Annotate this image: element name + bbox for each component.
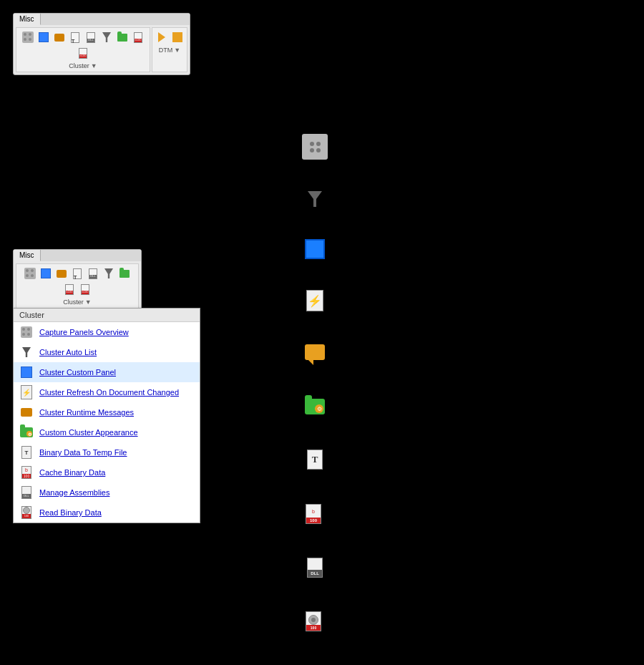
cluster-expand-2[interactable]: ▼	[85, 298, 92, 306]
manage-assemblies-icon: DLL	[19, 485, 34, 500]
dtm-section: DTM ▼	[152, 27, 187, 72]
cluster-runtime-label: Cluster Runtime Messages	[39, 408, 134, 417]
item-capture-panels[interactable]: Capture Panels Overview	[14, 322, 200, 342]
dll-btn[interactable]: DLL	[84, 30, 98, 44]
cluster-refresh-label: Cluster Refresh On Document Changed	[39, 388, 179, 397]
binary-red-btn-2[interactable]: b100	[62, 282, 77, 296]
float-file-t: T	[301, 445, 329, 474]
binary-red2-btn[interactable]: b100	[76, 46, 90, 60]
green-folder-btn[interactable]	[115, 30, 130, 44]
item-manage-assemblies[interactable]: DLL Manage Assemblies	[14, 482, 200, 503]
cache-binary-label: Cache Binary Data	[39, 468, 105, 477]
item-custom-cluster[interactable]: ⚙ Custom Cluster Appearance	[14, 422, 200, 442]
cluster-section-label-2: Cluster ▼	[63, 298, 91, 306]
binary-red3-btn[interactable]: b100	[78, 282, 92, 296]
filter-btn[interactable]	[99, 30, 114, 44]
capture-panels-label: Capture Panels Overview	[39, 328, 129, 336]
cluster-custom-panel-icon	[19, 365, 34, 379]
cluster-section-2: T DLL b100 b100 Cluster	[16, 263, 139, 309]
dropdown-menu: Cluster Capture Panels Overview Cluster …	[13, 308, 200, 523]
capture-panels-icon	[19, 325, 34, 339]
float-lightning: ⚡	[301, 286, 329, 315]
file-t-btn-2[interactable]: T	[70, 266, 84, 281]
misc-icon-btn-2[interactable]	[23, 266, 37, 281]
dtm-expand-btn[interactable]	[170, 30, 185, 44]
cluster-custom-panel-label: Cluster Custom Panel	[39, 368, 116, 377]
binary-temp-label: Binary Data To Temp File	[39, 448, 127, 457]
float-binary-red: b 100	[299, 500, 328, 528]
cluster-refresh-icon: ⚡	[19, 385, 34, 399]
item-cluster-runtime[interactable]: Cluster Runtime Messages	[14, 402, 200, 422]
manage-assemblies-label: Manage Assemblies	[39, 488, 109, 497]
toolbar-panel-top: Misc	[13, 13, 190, 75]
item-binary-temp[interactable]: T Binary Data To Temp File	[14, 442, 200, 462]
cluster-auto-list-label: Cluster Auto List	[39, 348, 97, 356]
dll-btn-2[interactable]: DLL	[86, 266, 100, 281]
binary-temp-icon: T	[19, 445, 34, 460]
item-read-binary[interactable]: 100 Read Binary Data	[14, 503, 200, 523]
cache-binary-icon: b 100	[19, 465, 34, 480]
float-filter	[301, 185, 329, 213]
float-blue	[301, 235, 329, 263]
misc-icon-btn[interactable]	[21, 30, 35, 44]
binary-red-btn[interactable]: b100	[131, 30, 145, 44]
custom-cluster-label: Custom Cluster Appearance	[39, 428, 138, 437]
speech-btn-2[interactable]	[54, 266, 69, 281]
cluster-section: T DLL b100 b100 Cl	[16, 27, 150, 72]
cluster-expand[interactable]: ▼	[91, 62, 97, 69]
read-binary-label: Read Binary Data	[39, 508, 102, 517]
custom-cluster-icon: ⚙	[19, 425, 34, 440]
tab-misc-2[interactable]: Misc	[14, 250, 41, 261]
dropdown-header: Cluster	[14, 309, 200, 322]
dtm-section-label: DTM ▼	[159, 47, 180, 54]
speech-btn[interactable]	[52, 30, 67, 44]
dtm-arrow-btn[interactable]	[155, 30, 169, 44]
cluster-auto-list-icon	[19, 345, 34, 359]
float-read-binary: 100	[299, 607, 328, 636]
float-misc	[301, 132, 329, 161]
item-cache-binary[interactable]: b 100 Cache Binary Data	[14, 462, 200, 482]
file-t-btn[interactable]: T	[68, 30, 82, 44]
toolbar-panel-expanded: Misc T	[13, 249, 142, 311]
green-folder-btn-2[interactable]	[117, 266, 132, 281]
dtm-expand-arrow[interactable]: ▼	[174, 47, 180, 54]
blue-square-btn-2[interactable]	[39, 266, 53, 281]
item-cluster-auto-list[interactable]: Cluster Auto List	[14, 342, 200, 362]
blue-square-btn[interactable]	[36, 30, 51, 44]
tab-misc[interactable]: Misc	[14, 14, 41, 25]
item-cluster-custom-panel[interactable]: Cluster Custom Panel	[14, 362, 200, 382]
cluster-section-label: Cluster ▼	[69, 62, 97, 69]
filter-btn-2[interactable]	[102, 266, 116, 281]
item-cluster-refresh[interactable]: ⚡ Cluster Refresh On Document Changed	[14, 382, 200, 402]
cluster-runtime-icon	[19, 405, 34, 419]
read-binary-icon: 100	[19, 505, 34, 520]
float-speech	[301, 338, 329, 367]
float-dll: DLL	[301, 553, 329, 582]
float-folder: ⚙	[301, 392, 329, 421]
